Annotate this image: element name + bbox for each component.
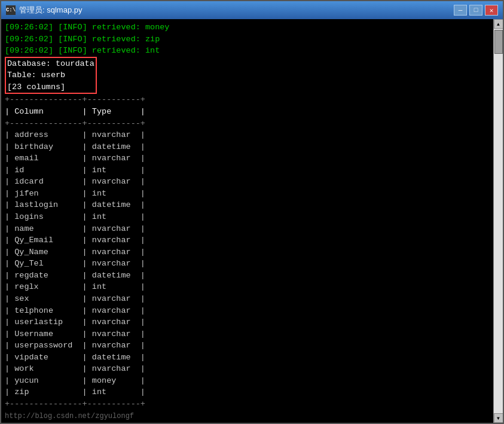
- row-yucun: | yucun | money |: [5, 376, 145, 385]
- terminal-output: [09:26:02] [INFO] retrieved: money [09:2…: [5, 22, 490, 423]
- row-idcard: | idcard | nvarchar |: [5, 177, 145, 186]
- row-birthday: | birthday | datetime |: [5, 142, 145, 151]
- row-username: | Username | nvarchar |: [5, 330, 145, 338]
- terminal-body: [09:26:02] [INFO] retrieved: money [09:2…: [1, 19, 503, 423]
- scroll-up-button[interactable]: ▲: [494, 19, 503, 29]
- row-id: | id | int |: [5, 166, 145, 175]
- row-work: | work | nvarchar |: [5, 364, 145, 373]
- separator-1: +---------------+-----------+: [5, 95, 145, 104]
- minimize-button[interactable]: —: [454, 5, 467, 16]
- row-qy-tel: | Qy_Tel | nvarchar |: [5, 259, 145, 268]
- row-regdate: | regdate | datetime |: [5, 271, 145, 280]
- row-logins: | logins | int |: [5, 212, 145, 221]
- log-line-2: [09:26:02] [INFO] retrieved: zip: [5, 35, 160, 44]
- scroll-track[interactable]: [494, 29, 503, 413]
- watermark-text: http://blog.csdn.net/zgyulongf: [5, 412, 136, 420]
- row-userlastip: | userlastip | nvarchar |: [5, 318, 145, 327]
- titlebar-icon: C:\: [6, 5, 16, 15]
- main-window: C:\ 管理员: sqlmap.py — □ ✕ [09:26:02] [INF…: [0, 0, 504, 424]
- row-address: | address | nvarchar |: [5, 130, 145, 139]
- row-qy-name: | Qy_Name | nvarchar |: [5, 248, 145, 257]
- scroll-down-button[interactable]: ▼: [494, 413, 503, 423]
- titlebar: C:\ 管理员: sqlmap.py — □ ✕: [1, 1, 503, 19]
- row-jifen: | jifen | int |: [5, 189, 145, 198]
- titlebar-buttons: — □ ✕: [454, 5, 498, 16]
- separator-end: +---------------+-----------+: [5, 399, 145, 408]
- log-line-3: [09:26:02] [INFO] retrieved: int: [5, 46, 160, 55]
- row-name: | name | nvarchar |: [5, 224, 145, 233]
- scroll-thumb[interactable]: [494, 30, 503, 54]
- log-line-1: [09:26:02] [INFO] retrieved: money: [5, 23, 169, 32]
- close-button[interactable]: ✕: [485, 5, 498, 16]
- row-qy-email: | Qy_Email | nvarchar |: [5, 236, 145, 245]
- separator-2: +---------------+-----------+: [5, 119, 145, 128]
- row-vipdate: | vipdate | datetime |: [5, 353, 145, 362]
- row-email: | email | nvarchar |: [5, 154, 145, 163]
- row-userpassword: | userpassword | nvarchar |: [5, 341, 145, 350]
- row-telphone: | telphone | nvarchar |: [5, 306, 145, 315]
- terminal-content[interactable]: [09:26:02] [INFO] retrieved: money [09:2…: [1, 19, 493, 423]
- table-header: | Column | Type |: [5, 107, 145, 116]
- titlebar-title: 管理员: sqlmap.py: [19, 5, 454, 16]
- maximize-button[interactable]: □: [469, 5, 482, 16]
- db-info-box: Database: tourdata Table: userb [23 colu…: [5, 83, 97, 91]
- scrollbar[interactable]: ▲ ▼: [493, 19, 503, 423]
- row-lastlogin: | lastlogin | datetime |: [5, 200, 145, 209]
- row-reglx: | reglx | int |: [5, 282, 145, 291]
- row-sex: | sex | nvarchar |: [5, 294, 145, 303]
- row-zip: | zip | int |: [5, 388, 145, 396]
